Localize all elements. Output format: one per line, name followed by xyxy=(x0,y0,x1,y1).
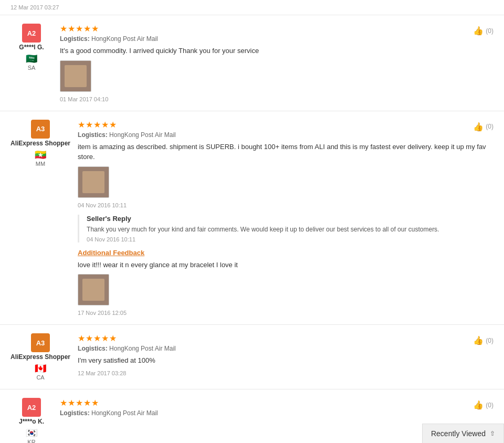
review-body: ★★★★★ Logistics: HongKong Post Air Mail … xyxy=(78,333,494,381)
thumbs-up-icon: 👍 xyxy=(473,122,484,132)
seller-reply-date: 04 Nov 2016 10:11 xyxy=(87,236,494,242)
star-rating: ★★★★★ xyxy=(78,333,494,343)
additional-feedback-date: 17 Nov 2016 12:05 xyxy=(78,310,494,316)
thumbs-up-icon: 👍 xyxy=(473,26,484,36)
thumbs-up-icon: 👍 xyxy=(473,400,484,410)
review-date: 04 Nov 2016 10:11 xyxy=(78,202,494,208)
additional-feedback-text: love it!!! wear it n every glance at my … xyxy=(78,260,494,270)
review-text: It's a good commodity. I arrived quickly… xyxy=(60,46,494,56)
user-name: G****l G. xyxy=(19,44,44,51)
review-item: A3 AliExpress Shopper 🇨🇦 CA ★★★★★ Logist… xyxy=(0,325,504,389)
avatar: A2 xyxy=(22,24,41,43)
user-info: A3 AliExpress Shopper 🇨🇦 CA xyxy=(10,333,70,381)
user-info: A2 G****l G. 🇸🇦 SA xyxy=(10,24,52,102)
highlighted-review: It's a good commodity. I arrived quickly… xyxy=(60,47,259,55)
recently-viewed-bar[interactable]: Recently Viewed ⇧ xyxy=(422,424,504,443)
country-code: KR xyxy=(27,439,35,443)
highlighted-review: I'm very satisfied at 100% xyxy=(78,356,155,364)
thumbs-up-icon: 👍 xyxy=(473,335,484,345)
country-flag: 🇲🇲 xyxy=(35,149,46,161)
like-button[interactable]: 👍 (0) xyxy=(473,26,494,36)
user-info: A2 J****o K. 🇰🇷 KR xyxy=(10,398,52,443)
country-code: MM xyxy=(36,161,45,167)
seller-reply-title: Seller's Reply xyxy=(87,215,494,223)
review-body: ★★★★★ Logistics: HongKong Post Air Mail … xyxy=(60,24,494,102)
user-name: AliExpress Shopper xyxy=(10,353,70,361)
seller-reply-text: Thank you very much for your kind and fa… xyxy=(87,225,494,234)
star-rating: ★★★★★ xyxy=(60,24,494,34)
country-flag: 🇨🇦 xyxy=(35,363,46,374)
review-text: item is amazing as described. shipment i… xyxy=(78,142,494,162)
like-button[interactable]: 👍 (0) xyxy=(473,335,494,345)
seller-reply: Seller's Reply Thank you very much for y… xyxy=(78,215,494,242)
logistics: Logistics: HongKong Post Air Mail xyxy=(60,35,494,43)
review-item: A2 G****l G. 🇸🇦 SA ★★★★★ Logistics: Hong… xyxy=(0,15,504,111)
avatar: A3 xyxy=(31,120,50,139)
like-count: (0) xyxy=(486,402,494,409)
user-info: A3 AliExpress Shopper 🇲🇲 MM xyxy=(10,120,70,317)
star-rating: ★★★★★ xyxy=(78,120,494,130)
like-button[interactable]: 👍 (0) xyxy=(473,122,494,132)
country-code: SA xyxy=(28,65,36,71)
country-code: CA xyxy=(36,374,44,381)
country-flag: 🇸🇦 xyxy=(26,53,37,65)
country-flag: 🇰🇷 xyxy=(26,427,37,439)
review-date: 12 Mar 2017 03:28 xyxy=(78,370,494,376)
review-text: I'm very satisfied at 100% xyxy=(78,355,494,366)
star-rating: ★★★★★ xyxy=(60,398,494,408)
page-wrapper: 12 Mar 2017 03:27 A2 G****l G. 🇸🇦 SA ★★★… xyxy=(0,0,504,443)
review-image xyxy=(60,60,91,92)
review-body: ★★★★★ Logistics: HongKong Post Air Mail … xyxy=(78,120,494,317)
review-date: 01 Mar 2017 04:10 xyxy=(60,96,494,102)
logistics: Logistics: HongKong Post Air Mail xyxy=(78,131,494,139)
recently-viewed-label: Recently Viewed xyxy=(431,429,486,438)
review-list: A2 G****l G. 🇸🇦 SA ★★★★★ Logistics: Hong… xyxy=(0,15,504,443)
like-count: (0) xyxy=(486,337,494,344)
feedback-image xyxy=(78,274,109,305)
highlighted-feedback: love it!!! wear it n every glance at my … xyxy=(78,261,238,269)
like-count: (0) xyxy=(486,123,494,130)
like-count: (0) xyxy=(486,27,494,35)
avatar: A3 xyxy=(31,333,50,352)
chevron-up-icon: ⇧ xyxy=(490,430,495,437)
review-item: A3 AliExpress Shopper 🇲🇲 MM ★★★★★ Logist… xyxy=(0,111,504,325)
logistics: Logistics: HongKong Post Air Mail xyxy=(78,345,494,352)
additional-feedback: Additional Feedback love it!!! wear it n… xyxy=(78,249,494,317)
avatar: A2 xyxy=(22,398,41,417)
logistics: Logistics: HongKong Post Air Mail xyxy=(60,409,494,417)
additional-feedback-title: Additional Feedback xyxy=(78,249,494,257)
user-name: J****o K. xyxy=(19,418,44,425)
like-button[interactable]: 👍 (0) xyxy=(473,400,494,410)
review-image xyxy=(78,166,109,198)
user-name: AliExpress Shopper xyxy=(10,140,70,147)
top-date: 12 Mar 2017 03:27 xyxy=(0,0,504,15)
